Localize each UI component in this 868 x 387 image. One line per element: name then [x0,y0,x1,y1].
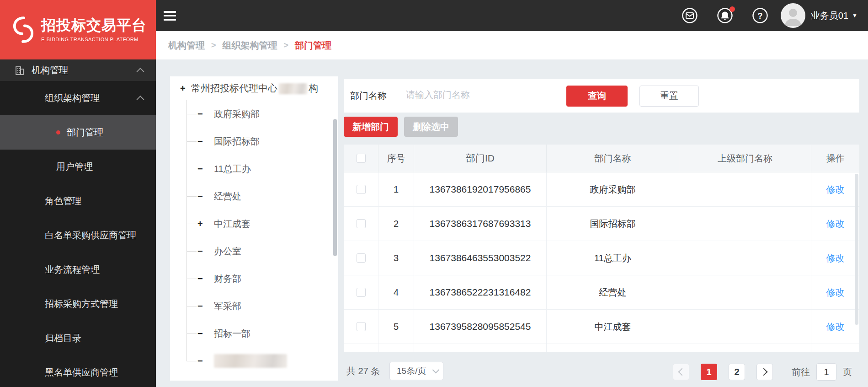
expand-icon[interactable]: + [180,83,191,94]
sidebar-item-label: 归档目录 [45,332,81,344]
tree-node[interactable]: − 11总工办 [170,155,338,183]
row-dept-id: 1367386192017956865 [414,172,547,206]
tree-node[interactable]: + 中江成套 [170,210,338,237]
sidebar-item-label: 业务流程管理 [45,263,100,276]
prev-page-button[interactable] [673,364,689,380]
brand-logo: 招投标交易平台 E-BIDDING TRANSACTION PLATFORM [0,0,156,59]
collapse-icon[interactable]: − [197,191,208,202]
tree-node[interactable]: − 办公室 [170,237,338,265]
add-department-button[interactable]: 新增部门 [344,117,398,137]
tree-node[interactable]: − 经营处 [170,183,338,210]
tree-node-label: 国际招标部 [214,135,260,148]
sidebar-item-whitelist-suppliers[interactable]: 白名单采购供应商管理 [0,218,156,253]
row-dept-id: 1367386317687693313 [414,207,547,241]
breadcrumb-separator: > [284,41,289,50]
row-dept-id: 1367386463553003522 [414,241,547,275]
query-button[interactable]: 查询 [566,86,628,107]
breadcrumb-item[interactable]: 组织架构管理 [223,39,277,52]
header-seq: 序号 [378,145,414,172]
delete-selected-button[interactable]: 删除选中 [404,117,458,137]
select-all-checkbox[interactable] [357,154,366,163]
collapse-icon[interactable]: − [197,109,208,119]
header-parent-dept: 上级部门名称 [679,145,811,172]
sidebar-item-role-management[interactable]: 角色管理 [0,184,156,218]
sidebar-item-blacklist-suppliers[interactable]: 黑名单供应商管理 [0,355,156,387]
collapse-icon[interactable]: − [197,246,208,257]
page-button-2[interactable]: 2 [729,364,745,380]
username-label[interactable]: 业务员01 [811,10,848,22]
tree-node[interactable]: − 招标一部 [170,320,338,347]
chevron-right-icon [760,368,768,376]
tree-node-label: 经营处 [214,190,241,203]
sidebar-item-business-process[interactable]: 业务流程管理 [0,253,156,287]
edit-link[interactable]: 修改 [826,286,845,299]
menu-toggle-button[interactable] [164,11,176,23]
sidebar-item-label: 招标采购方式管理 [45,298,118,310]
row-checkbox[interactable] [357,219,366,228]
collapse-icon[interactable]: − [197,301,208,312]
collapse-icon[interactable]: − [197,274,208,284]
mail-button[interactable] [681,7,698,24]
edit-link[interactable]: 修改 [826,218,845,230]
reset-button[interactable]: 重置 [639,86,699,107]
user-avatar[interactable] [781,3,805,28]
row-checkbox[interactable] [357,253,366,263]
collapse-icon[interactable]: − [197,164,208,174]
row-parent-dept [679,207,811,241]
tree-node[interactable]: − 财务部 [170,265,338,292]
sidebar-item-department-management[interactable]: 部门管理 [0,115,156,150]
tree-node-label: 中江成套 [214,218,250,230]
chevron-down-icon[interactable]: ▼ [852,12,857,19]
department-name-input[interactable] [398,87,515,105]
table-scrollbar-thumb[interactable] [855,174,858,325]
sidebar: 招投标交易平台 E-BIDDING TRANSACTION PLATFORM 机… [0,0,156,387]
sidebar-item-user-management[interactable]: 用户管理 [0,150,156,184]
sidebar-item-org-management[interactable]: 机构管理 [0,59,156,81]
chevron-left-icon [678,368,686,376]
tree-node[interactable]: − 国际招标部 [170,128,338,155]
row-seq: 2 [378,207,414,241]
row-dept-name: 国际招标部 [547,207,679,241]
goto-page-input[interactable] [816,363,836,381]
page-unit-label: 页 [843,366,852,378]
page-button-1[interactable]: 1 [701,364,717,380]
notifications-button[interactable] [716,7,734,24]
table-row: 5 1367395828095852545 中江成套 修改 [344,310,859,344]
sidebar-item-org-structure[interactable]: 组织架构管理 [0,81,156,115]
next-page-button[interactable] [756,364,773,380]
page-size-select[interactable]: 15条/页 [389,362,443,380]
tree-scrollbar-thumb[interactable] [333,119,337,256]
sidebar-item-label: 机构管理 [32,64,68,76]
row-seq: 5 [378,310,414,344]
breadcrumb-separator: > [211,41,216,50]
tree-root-node[interactable]: + 常州招投标代理中心构 [170,76,338,100]
tree-node-redacted[interactable]: − [170,347,338,375]
edit-link[interactable]: 修改 [826,252,845,264]
help-button[interactable]: ? [751,7,769,24]
row-parent-dept [679,275,811,309]
row-seq: 4 [378,275,414,309]
active-dot-icon [56,130,60,134]
tree-node[interactable]: − 军采部 [170,292,338,320]
redacted-text [279,83,307,94]
table-row: 1 1367386192017956865 政府采购部 修改 [344,172,859,207]
sidebar-item-archive-catalog[interactable]: 归档目录 [0,321,156,355]
row-checkbox[interactable] [357,288,366,297]
row-dept-id: 1367386522231316482 [414,275,547,309]
search-field-label: 部门名称 [350,90,387,102]
edit-link[interactable]: 修改 [826,321,845,333]
tree-node[interactable]: − 政府采购部 [170,100,338,128]
breadcrumb-item[interactable]: 机构管理 [168,39,205,52]
row-parent-dept [679,241,811,275]
sidebar-item-label: 部门管理 [67,126,103,139]
row-checkbox[interactable] [357,322,366,331]
page-size-value: 15条/页 [397,365,426,377]
expand-icon[interactable]: + [197,219,208,229]
sidebar-item-procurement-methods[interactable]: 招标采购方式管理 [0,287,156,321]
header-operations: 操作 [811,145,859,172]
collapse-icon[interactable]: − [197,328,208,339]
edit-link[interactable]: 修改 [826,183,845,196]
collapse-icon[interactable]: − [197,136,208,147]
row-checkbox[interactable] [357,185,366,194]
collapse-icon[interactable]: − [197,356,208,366]
